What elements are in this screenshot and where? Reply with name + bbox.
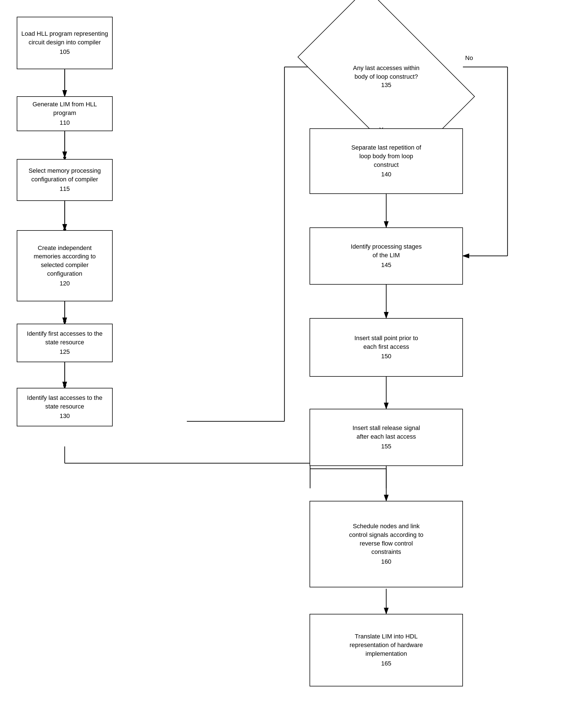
box-140-num: 140 [381, 170, 391, 179]
box-145-label: Identify processing stagesof the LIM [351, 242, 421, 260]
flowchart-diagram: Load HLL program representing circuit de… [0, 0, 570, 728]
diamond-135: Any last accesses withinbody of loop con… [310, 28, 463, 126]
box-155-num: 155 [381, 442, 391, 451]
box-115-num: 115 [60, 185, 70, 193]
box-120: Create independentmemories according tos… [17, 230, 113, 301]
box-115-label: Select memory processingconfiguration of… [28, 167, 101, 184]
box-115: Select memory processingconfiguration of… [17, 159, 113, 201]
box-145: Identify processing stagesof the LIM 145 [310, 227, 463, 285]
box-130-label: Identify last accesses to thestate resou… [27, 394, 102, 411]
box-105-label: Load HLL program representing circuit de… [17, 30, 112, 47]
box-110-label: Generate LIM from HLLprogram [32, 100, 97, 118]
box-125: Identify first accesses to thestate reso… [17, 324, 113, 362]
box-125-label: Identify first accesses to thestate reso… [27, 330, 102, 347]
box-165-label: Translate LIM into HDLrepresentation of … [350, 632, 423, 658]
box-125-num: 125 [60, 348, 70, 356]
box-160: Schedule nodes and linkcontrol signals a… [310, 501, 463, 587]
diamond-135-text: Any last accesses withinbody of loop con… [353, 64, 419, 89]
box-155: Insert stall release signalafter each la… [310, 409, 463, 466]
box-155-label: Insert stall release signalafter each la… [352, 424, 420, 441]
box-145-num: 145 [381, 261, 391, 269]
no-label: No [465, 54, 473, 62]
box-160-label: Schedule nodes and linkcontrol signals a… [349, 522, 423, 556]
box-110: Generate LIM from HLLprogram 110 [17, 96, 113, 131]
box-150-label: Insert stall point prior toeach first ac… [354, 334, 418, 351]
box-140: Separate last repetition ofloop body fro… [310, 128, 463, 194]
box-105: Load HLL program representing circuit de… [17, 17, 113, 69]
box-120-label: Create independentmemories according tos… [34, 244, 96, 278]
diamond-135-num: 135 [381, 81, 391, 88]
box-165: Translate LIM into HDLrepresentation of … [310, 614, 463, 687]
box-130: Identify last accesses to thestate resou… [17, 388, 113, 426]
box-105-num: 105 [60, 48, 70, 56]
box-160-num: 160 [381, 557, 391, 566]
diamond-135-label: Any last accesses withinbody of loop con… [353, 64, 419, 80]
box-150: Insert stall point prior toeach first ac… [310, 318, 463, 377]
box-150-num: 150 [381, 352, 391, 361]
box-165-num: 165 [381, 659, 391, 668]
box-140-label: Separate last repetition ofloop body fro… [351, 143, 421, 169]
box-110-num: 110 [60, 119, 70, 127]
box-130-num: 130 [60, 412, 70, 420]
box-120-num: 120 [60, 279, 70, 288]
